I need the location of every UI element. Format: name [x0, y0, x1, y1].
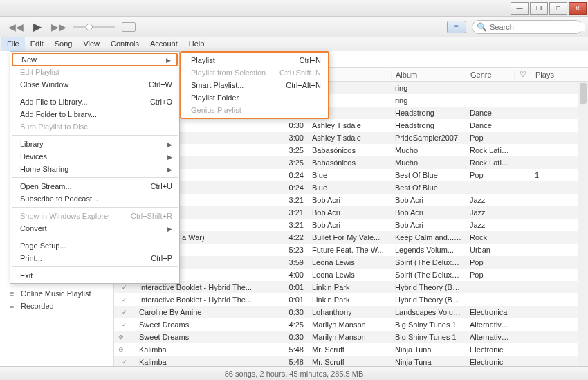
search-box[interactable]: 🔍	[472, 20, 582, 34]
play-button[interactable]: ▶	[30, 20, 44, 33]
col-genre[interactable]: Genre	[466, 71, 514, 79]
new-submenu-item: Playlist from SelectionCtrl+Shift+N	[181, 66, 328, 79]
track-row[interactable]: 3:25BabasónicosMuchoRock Latino	[114, 156, 588, 169]
file-menu-item[interactable]: Convert▶	[10, 222, 179, 235]
track-artist: Marilyn Manson	[308, 320, 391, 329]
track-row[interactable]: 3:59Leona LewisSpirit (The Deluxe...Pop	[114, 256, 588, 269]
track-album: Best Of Blue	[391, 183, 466, 192]
track-artist: Linkin Park	[308, 283, 391, 291]
new-submenu-item: Genius Playlist	[181, 104, 328, 116]
sidebar-item[interactable]: ≡Online Music Playlist	[0, 287, 113, 300]
track-genre: Dance	[466, 121, 514, 129]
track-artist: Bob Acri	[308, 221, 391, 229]
track-row[interactable]: 3:21Bob AcriBob AcriJazz	[114, 194, 588, 206]
track-artist: Ashley Tisdale	[308, 134, 391, 142]
file-menu-item[interactable]: Subscribe to Podcast...	[10, 192, 179, 205]
track-time: 0:30	[280, 333, 308, 341]
track-time: 4:00	[280, 271, 308, 279]
col-album[interactable]: Album	[391, 71, 466, 79]
track-artist: Lohanthony	[308, 308, 391, 316]
track-artist: Bullet For My Vale...	[308, 233, 391, 242]
menu-file[interactable]: File	[1, 37, 25, 51]
sidebar-item[interactable]: ≡Recorded	[0, 300, 113, 312]
track-checked: ✓	[114, 309, 135, 316]
file-menu-item[interactable]: Print...Ctrl+P	[10, 252, 179, 264]
track-album: Hybrid Theory (Bo...	[391, 283, 466, 291]
track-album: Spirit (The Deluxe...	[391, 271, 466, 279]
new-submenu-item[interactable]: PlaylistCtrl+N	[181, 54, 328, 66]
track-row[interactable]: aid3:00Ashley TisdalePrideSampler2007Pop	[114, 132, 588, 144]
track-row[interactable]: 3:21Bob AcriBob AcriJazz	[114, 219, 588, 231]
track-row[interactable]: ✓Interactive Booklet - Hybrid The...0:01…	[114, 281, 588, 293]
file-menu-item[interactable]: Home Sharing▶	[10, 163, 179, 175]
track-time: 0:24	[280, 183, 308, 192]
col-plays[interactable]: Plays	[531, 71, 558, 79]
search-input[interactable]	[490, 23, 585, 31]
track-album: Bob Acri	[391, 196, 466, 204]
track-time: 3:00	[280, 134, 308, 142]
track-genre: Pop	[466, 271, 514, 279]
file-menu-item[interactable]: Add File to Library...Ctrl+O	[10, 96, 179, 108]
file-menu-item[interactable]: Devices▶	[10, 150, 179, 163]
track-row[interactable]: aid0:30Ashley TisdaleHeadstrongDance	[114, 119, 588, 132]
track-row[interactable]: 3:21Bob AcriBob AcriJazz	[114, 206, 588, 219]
track-row[interactable]: ⊘ ✓Sweet Dreams0:30Marilyn MansonBig Shi…	[114, 331, 588, 343]
track-row[interactable]: ttle? (Here's a War)4:22Bullet For My Va…	[114, 231, 588, 244]
track-artist: Mr. Scruff	[308, 345, 391, 354]
track-genre: Jazz	[466, 221, 514, 229]
col-loved[interactable]: ♡	[514, 70, 531, 79]
new-submenu-item[interactable]: Smart Playlist...Ctrl+Alt+N	[181, 79, 328, 91]
new-submenu-item[interactable]: Playlist Folder	[181, 91, 328, 104]
file-menu-item[interactable]: Library▶	[10, 138, 179, 150]
menu-help[interactable]: Help	[183, 37, 210, 51]
file-menu-item[interactable]: Exit	[10, 269, 179, 282]
list-view-button[interactable]: ≡	[447, 21, 466, 33]
track-time: 4:22	[280, 233, 308, 242]
track-time: 0:01	[280, 296, 308, 304]
menu-account[interactable]: Account	[145, 37, 183, 51]
file-menu-item[interactable]: Page Setup...	[10, 239, 179, 252]
menu-view[interactable]: View	[77, 37, 105, 51]
track-album: Ninja Tuna	[391, 358, 466, 366]
volume-slider[interactable]	[73, 26, 115, 28]
scrollbar[interactable]	[578, 82, 588, 366]
track-album: Spirit (The Deluxe...	[391, 258, 466, 266]
track-row[interactable]: 0:24BlueBest Of BluePop1	[114, 169, 588, 181]
track-album: Big Shiny Tunes 1	[391, 333, 466, 341]
menu-controls[interactable]: Controls	[105, 37, 145, 51]
track-row[interactable]: 3:25BabasónicosMuchoRock Latino	[114, 144, 588, 156]
track-row[interactable]: ✓I Will Be4:00Leona LewisSpirit (The Del…	[114, 269, 588, 281]
file-menu-item[interactable]: Open Stream...Ctrl+U	[10, 180, 179, 192]
window-minimize-button[interactable]: —	[511, 2, 529, 15]
track-row[interactable]: ✓Kalimba5:48Mr. ScruffNinja TunaElectron…	[114, 356, 588, 366]
track-album: Mucho	[391, 146, 466, 154]
file-menu-item[interactable]: Close WindowCtrl+W	[10, 78, 179, 91]
prev-track-button[interactable]: ◀◀	[6, 21, 26, 33]
track-row[interactable]: ⊘ ✓Kalimba5:48Mr. ScruffNinja TunaElectr…	[114, 343, 588, 356]
window-maximize-button[interactable]: □	[549, 2, 567, 15]
track-row[interactable]: ✓Interactive Booklet - Hybrid The...0:01…	[114, 293, 588, 306]
track-checked: ⊘ ✓	[114, 334, 135, 341]
window-restore-button[interactable]: ❐	[530, 2, 548, 15]
menu-song[interactable]: Song	[49, 37, 78, 51]
next-track-button[interactable]: ▶▶	[48, 21, 69, 33]
track-row[interactable]: ✓Caroline By Amine0:30LohanthonyLandscap…	[114, 306, 588, 318]
playlist-icon: ≡	[7, 302, 17, 310]
track-time: 0:24	[280, 171, 308, 179]
window-close-button[interactable]: ✕	[569, 2, 587, 15]
track-row[interactable]: ✓Sweet Dreams4:25Marilyn MansonBig Shiny…	[114, 318, 588, 331]
track-artist: Babasónicos	[308, 159, 391, 167]
track-row[interactable]: 0:24BlueBest Of Blue	[114, 181, 588, 194]
track-genre: Dance	[466, 109, 514, 117]
track-row[interactable]: 5:23Future Feat. The W...Legends Volum..…	[114, 244, 588, 256]
airplay-button[interactable]	[122, 22, 136, 32]
track-name: Interactive Booklet - Hybrid The...	[135, 283, 280, 291]
track-album: Landscapes Volum...	[391, 308, 466, 316]
track-name: Caroline By Amine	[135, 308, 280, 316]
menu-edit[interactable]: Edit	[25, 37, 49, 51]
file-menu-item[interactable]: New▶	[12, 53, 178, 66]
track-genre: Pop	[466, 134, 514, 142]
file-menu-item[interactable]: Add Folder to Library...	[10, 108, 179, 120]
track-album: Hybrid Theory (Bo...	[391, 296, 466, 304]
sidebar-item-label: Online Music Playlist	[21, 289, 91, 298]
